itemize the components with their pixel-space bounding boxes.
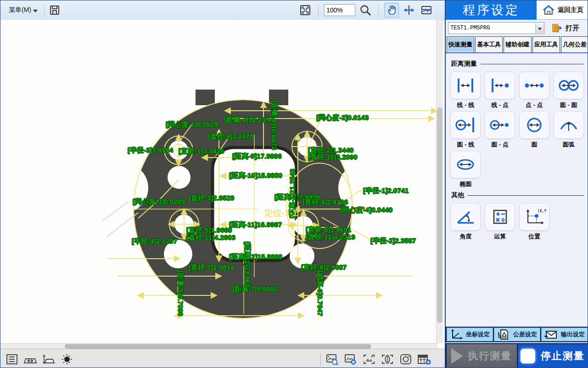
calc-icon [489,208,511,226]
table-export-icon [417,353,431,365]
image-remove-button[interactable] [344,352,358,366]
toolbar-divider [318,4,319,16]
chevron-down-icon [33,10,38,12]
measure-annotation: [同心度-1]0.0529 [166,121,218,128]
stage-z-icon [42,353,56,365]
point-point-tool-button[interactable]: 点 - 点 [519,72,550,109]
circle-tool-button[interactable]: 圆 [519,111,550,149]
chevron-down-icon [538,28,542,30]
calc-tool-button[interactable]: 运算 [485,203,515,241]
vertical-scrollbar-thumb[interactable] [437,107,442,323]
measure-annotation: [直径-10]3.2090 [308,153,358,161]
arc-icon [558,116,580,134]
tolerance-setting-button[interactable]: 公差设定 [494,328,540,341]
home-button[interactable]: 返回主页 [537,0,588,20]
measure-annotation: [直径-4]2.9706 [302,198,348,206]
measure-list-icon [6,353,18,365]
leaf-button[interactable] [381,352,394,366]
image-zoom-button[interactable] [325,352,339,366]
status-left-tools [5,352,74,366]
circle-line-tool-button[interactable]: 圆 - 线 [450,111,481,149]
measure-annotation: [距离-11]16.9987 [229,221,282,228]
tab-1[interactable]: 快速测量 [447,36,474,52]
measure-annotation: [同心度-4]0.0440 [340,206,392,214]
program-file-select[interactable]: TEST1.PMSPRG [448,22,544,34]
output-icon [544,328,559,340]
zoom-level-input[interactable] [324,4,355,16]
tool-label: 运算 [494,232,506,241]
settings-button-row: 坐标设定公差设定输出设定 [446,327,588,342]
fit-width-button[interactable] [402,3,416,17]
fit-width-icon [403,5,415,16]
measure-annotation: [距离-7]5.9500 [232,285,278,293]
measure-annotation: [距离-12]15.9898 [229,253,282,260]
bottom-status-bar [0,349,445,368]
measurement-canvas[interactable]: [同心度-1]0.0529[距离-4]12.2354[直径-9]3.2470[半… [0,20,438,343]
toolbar-divider [44,4,45,16]
output-setting-button[interactable]: 输出设定 [541,328,588,341]
tool-label: 线 - 线 [457,101,475,109]
measure-annotation: [直径-5]1.9669 [186,226,232,234]
circle-circle-tool-button[interactable]: 圆 - 圆 [553,72,584,109]
coord-setting-button[interactable]: 坐标设定 [447,328,493,341]
position-tool-button[interactable]: (X,Y) 位置 [519,203,550,241]
tool-label: 点 - 点 [526,101,543,109]
tab-bar: 快速测量基本工具辅助创建应用工具几何公差 [446,36,588,52]
line-line-tool-button[interactable]: 线 - 线 [450,72,481,109]
toolbar-divider [378,4,379,16]
light-button[interactable] [60,352,74,366]
arc-tool-button[interactable]: 圆弧 [553,111,584,149]
circle-icon [523,116,545,134]
angle-tool-button[interactable]: 角度 [450,203,481,241]
measure-annotation: [距离-4]12.2354 [224,116,274,124]
circle-point-icon [489,116,511,134]
circle-line-icon [454,116,476,134]
image-zoom-icon [325,353,339,365]
application-window: 菜单(M) [0,0,588,368]
measure-annotation: [直径-1]1.3426 [179,147,224,155]
status-divider [320,353,321,366]
line-point-tool-button[interactable]: 线 - 点 [485,72,515,109]
measure-annotation: [距离-5]0.7098 [177,271,184,316]
table-export-button[interactable] [417,352,431,366]
combo-dropdown-button[interactable] [535,23,544,33]
angle-icon [454,208,476,226]
execute-measure-button[interactable]: 执行测量 [447,344,517,368]
tool-label: 圆 [531,141,537,149]
measure-annotation: [半径-3]1.9554 [128,147,173,154]
open-button[interactable]: 打开 [551,23,579,33]
vertical-scrollbar[interactable] [436,20,443,343]
save-button[interactable] [47,3,62,17]
tool-label: 圆 - 线 [457,141,475,149]
image-area-button[interactable] [362,352,376,366]
tab-4[interactable]: 应用工具 [532,36,560,52]
measure-annotation: [直径-6]1.9691 [306,226,351,233]
tool-label: 线 - 点 [491,101,509,109]
stage-xy-button[interactable] [23,352,37,366]
stage-z-button[interactable] [42,352,56,366]
magnifier-icon [359,4,371,16]
fit-image-button[interactable] [419,3,434,17]
circle-circle-icon [558,76,580,95]
tab-2[interactable]: 基本工具 [475,36,503,52]
menu-button[interactable]: 菜单(M) [5,4,41,16]
tab-5[interactable]: 几何公差 [561,36,588,52]
tool-label: 圆 - 圆 [560,101,577,109]
line-point-icon [489,76,511,95]
camera-button[interactable] [399,352,413,366]
panel-title: 程序设定 [446,0,537,20]
light-icon [61,353,73,365]
magnifier-button[interactable] [358,3,373,17]
measure-annotation: [距离-9]17.9886 [232,153,282,160]
tolerance-icon [497,328,511,340]
measure-list-button[interactable] [5,352,19,366]
fit-screen-button[interactable] [298,3,313,17]
stop-measure-button[interactable]: 停止测量 [518,344,588,368]
horizontal-scrollbar-thumb[interactable] [65,344,371,349]
tool-label: 角度 [459,232,471,241]
ellipse-tool-button[interactable]: 椭圆 [450,151,481,188]
measure-annotation: [距离-8]10.6873 [270,101,278,150]
circle-point-tool-button[interactable]: 圆 - 点 [485,111,515,149]
hand-tool-button[interactable] [384,3,399,17]
tab-3[interactable]: 辅助创建 [504,36,531,52]
